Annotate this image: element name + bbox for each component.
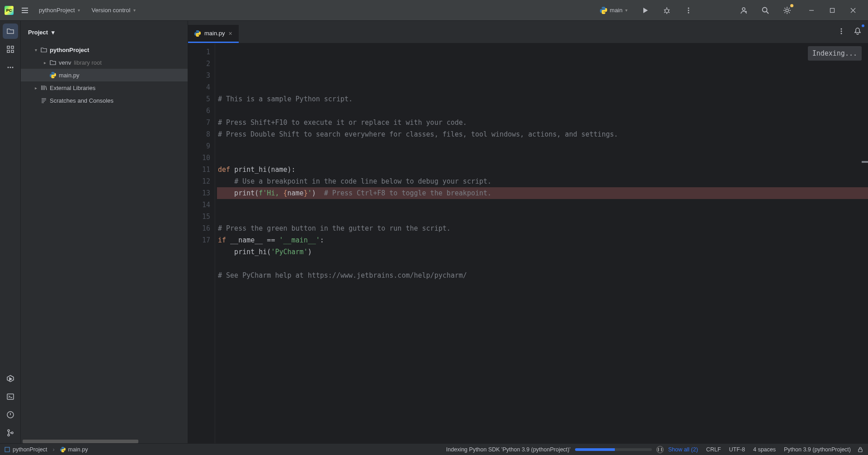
run-config-label: main (610, 7, 623, 14)
line-number[interactable]: 6 (188, 105, 210, 117)
code-line[interactable] (217, 199, 868, 211)
close-tab-icon[interactable]: × (229, 30, 232, 37)
more-tools-button[interactable] (3, 60, 18, 75)
code-line[interactable]: print_hi('PyCharm') (217, 246, 868, 258)
encoding-widget[interactable]: UTF-8 (729, 446, 745, 453)
svg-rect-11 (11, 50, 14, 52)
line-number[interactable]: 12 (188, 175, 210, 187)
error-stripe-marker[interactable] (862, 161, 868, 163)
debug-button[interactable] (659, 3, 675, 18)
code-line[interactable]: # See PyCharm help at https://www.jetbra… (217, 270, 868, 281)
line-number[interactable]: 7 (188, 117, 210, 128)
line-number[interactable]: 9 (188, 140, 210, 152)
readonly-toggle-icon[interactable] (857, 446, 863, 453)
horizontal-scrollbar[interactable] (23, 440, 138, 443)
line-number[interactable]: 2 (188, 58, 210, 70)
line-number[interactable]: 16 (188, 223, 210, 234)
terminal-tool-button[interactable] (3, 389, 18, 404)
svg-point-4 (742, 8, 745, 10)
code-line[interactable]: def print_hi(name): (217, 164, 868, 175)
line-number[interactable]: 5 (188, 93, 210, 105)
tree-external-libs[interactable]: ▸ External Libraries (21, 81, 188, 94)
minimize-button[interactable] (801, 3, 822, 18)
python-file-icon (194, 30, 201, 37)
line-number[interactable]: 10 (188, 152, 210, 164)
svg-rect-7 (830, 8, 835, 12)
run-button[interactable] (637, 3, 653, 18)
tree-root[interactable]: ▾ pythonProject (21, 43, 188, 56)
code-line[interactable]: print(f'Hi, {name}') # Press Ctrl+F8 to … (217, 187, 868, 199)
settings-button[interactable] (779, 3, 795, 18)
svg-point-22 (841, 33, 842, 34)
project-tree: ▾ pythonProject ▸ venv library root main… (21, 43, 188, 438)
close-button[interactable] (843, 3, 863, 18)
notifications-button[interactable] (851, 24, 864, 38)
structure-tool-button[interactable] (3, 42, 18, 57)
show-all-tasks-link[interactable]: Show all (2) (668, 446, 698, 453)
editor-tabs: main.py × (188, 21, 868, 43)
code-with-me-button[interactable] (736, 3, 751, 18)
svg-point-2 (688, 9, 689, 11)
project-panel: Project ▾ ▾ pythonProject ▸ venv library… (21, 21, 188, 443)
editor-more-button[interactable] (835, 24, 848, 38)
project-selector[interactable]: pythonProject ▾ (36, 5, 83, 15)
code-area[interactable]: Indexing... # This is a sample Python sc… (215, 43, 868, 443)
project-panel-header[interactable]: Project ▾ (21, 21, 188, 43)
line-number[interactable]: 15 (188, 211, 210, 223)
code-line[interactable]: # Use a breakpoint in the code line belo… (217, 175, 868, 187)
line-number[interactable]: 17 (188, 234, 210, 246)
line-number[interactable]: 13 (188, 187, 210, 199)
gutter[interactable]: 1234567891011121314151617 (188, 43, 215, 443)
svg-point-5 (763, 7, 767, 12)
code-line[interactable] (217, 140, 868, 152)
tab-main-py[interactable]: main.py × (188, 25, 239, 43)
python-file-icon (49, 72, 57, 78)
code-line[interactable]: # Press the green button in the gutter t… (217, 223, 868, 234)
line-number[interactable]: 1 (188, 46, 210, 58)
code-line[interactable] (217, 281, 868, 293)
code-line[interactable]: # Press Double Shift to search everywher… (217, 128, 868, 140)
code-line[interactable] (217, 211, 868, 223)
indent-widget[interactable]: 4 spaces (753, 446, 776, 453)
maximize-button[interactable] (822, 3, 843, 18)
line-number[interactable]: 11 (188, 164, 210, 175)
code-line[interactable] (217, 105, 868, 117)
chevron-down-icon: ▾ (78, 8, 80, 13)
tree-venv[interactable]: ▸ venv library root (21, 56, 188, 69)
line-number[interactable]: 8 (188, 128, 210, 140)
code-line[interactable] (217, 258, 868, 270)
tree-main-file[interactable]: main.py (21, 69, 188, 81)
problems-tool-button[interactable] (3, 407, 18, 422)
run-config-selector[interactable]: main ▾ (596, 5, 631, 16)
more-actions-button[interactable] (681, 3, 696, 18)
services-tool-button[interactable] (3, 371, 18, 386)
line-ending-widget[interactable]: CRLF (706, 446, 721, 453)
python-icon (600, 7, 607, 14)
tree-root-label: pythonProject (50, 47, 89, 53)
background-task-widget[interactable]: Indexing Python SDK 'Python 3.9 (pythonP… (446, 446, 698, 453)
folder-icon (40, 47, 48, 53)
line-number[interactable]: 4 (188, 81, 210, 93)
svg-rect-10 (7, 50, 9, 52)
editor-body[interactable]: 1234567891011121314151617 Indexing... # … (188, 43, 868, 443)
vcs-tool-button[interactable] (3, 425, 18, 441)
line-number[interactable]: 14 (188, 199, 210, 211)
search-everywhere-button[interactable] (758, 3, 773, 18)
project-tool-button[interactable] (3, 24, 18, 39)
breadcrumb[interactable]: pythonProject › main.py (5, 446, 88, 453)
tree-scratches[interactable]: Scratches and Consoles (21, 94, 188, 107)
line-number[interactable]: 3 (188, 70, 210, 81)
pause-button[interactable]: ❚❚ (656, 446, 664, 453)
code-line[interactable]: # Press Shift+F10 to execute it or repla… (217, 117, 868, 128)
code-line[interactable] (217, 152, 868, 164)
interpreter-widget[interactable]: Python 3.9 (pythonProject) (784, 446, 851, 453)
code-line[interactable]: # This is a sample Python script. (217, 93, 868, 105)
svg-point-20 (841, 28, 842, 30)
folder-icon (49, 59, 57, 66)
editor-area: main.py × 1234567891011121314151617 Inde… (188, 21, 868, 443)
main-menu-icon[interactable] (20, 6, 30, 15)
tree-scratches-label: Scratches and Consoles (50, 97, 113, 104)
code-line[interactable]: if __name__ == '__main__': (217, 234, 868, 246)
vcs-selector[interactable]: Version control ▾ (89, 5, 138, 15)
chevron-down-icon: ▾ (625, 8, 627, 13)
